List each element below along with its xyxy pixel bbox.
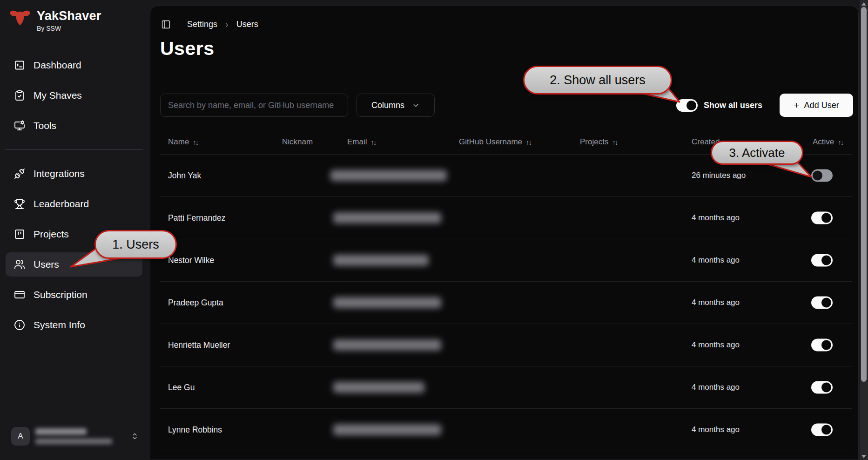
sidebar-item-label: Integrations (34, 168, 85, 179)
breadcrumb: Settings › Users (161, 19, 258, 30)
redacted-user-email (35, 439, 112, 444)
info-icon (14, 319, 25, 331)
column-header-email[interactable]: Email↑↓ (347, 137, 377, 147)
breadcrumb-users[interactable]: Users (236, 20, 258, 29)
sidebar-item-label: Dashboard (34, 60, 81, 71)
user-name: Nestor Wilke (168, 256, 214, 265)
clipboard-check-icon (14, 90, 25, 101)
add-user-button[interactable]: + Add User (780, 94, 853, 117)
sidebar-item-label: My Shaves (34, 90, 82, 101)
sidebar-divider (5, 149, 143, 150)
table-row: Nestor Wilke 4 months ago (160, 239, 852, 282)
table-row: Lee Gu 4 months ago (160, 366, 852, 409)
plug-icon (14, 168, 25, 179)
sidebar-item-integrations[interactable]: Integrations (6, 162, 142, 186)
scroll-down-arrow-icon[interactable] (861, 455, 866, 458)
credit-card-icon (14, 289, 25, 300)
chevrons-up-down-icon (131, 432, 139, 441)
redacted-user-name (35, 428, 87, 435)
created-value: 26 minutes ago (692, 171, 746, 180)
callout-label: 2. Show all users (550, 73, 646, 88)
sidebar-item-leaderboard[interactable]: Leaderboard (6, 192, 142, 216)
redacted-email (333, 339, 441, 351)
table-row: Lynne Robbins 4 months ago (160, 409, 852, 451)
sidebar-item-system-info[interactable]: System Info (6, 313, 142, 337)
redacted-email (330, 170, 447, 181)
created-value: 4 months ago (692, 298, 740, 307)
active-toggle[interactable] (811, 424, 833, 436)
sort-icon: ↑↓ (193, 138, 199, 146)
active-toggle[interactable] (811, 381, 833, 394)
search-input[interactable] (160, 94, 348, 117)
add-user-label: Add User (804, 101, 839, 110)
user-name: Henrietta Mueller (168, 340, 230, 350)
app-logo: YakShaver By SSW (0, 0, 150, 32)
annotation-callout-show-all-users: 2. Show all users (523, 66, 672, 95)
users-table: Name↑↓ Nicknam Email↑↓ GitHub Username↑↓… (160, 131, 852, 451)
show-all-users-toggle[interactable] (676, 99, 698, 112)
sidebar-toggle-icon[interactable] (161, 20, 171, 29)
active-toggle[interactable] (811, 254, 833, 267)
app-tagline: By SSW (37, 25, 101, 32)
redacted-email (333, 255, 429, 266)
show-all-users-label: Show all users (704, 101, 762, 110)
users-icon (14, 259, 25, 270)
sort-icon: ↑↓ (526, 138, 532, 146)
user-name: Lynne Robbins (168, 425, 222, 435)
sidebar-item-my-shaves[interactable]: My Shaves (6, 83, 142, 108)
column-header-name[interactable]: Name↑↓ (168, 137, 199, 147)
annotation-callout-activate: 3. Activate (711, 141, 803, 165)
created-value: 4 months ago (692, 383, 740, 392)
columns-button[interactable]: Columns (357, 94, 435, 117)
kanban-square-icon (14, 229, 25, 240)
sidebar-item-tools[interactable]: Tools (6, 114, 142, 138)
table-row: Patti Fernandez 4 months ago (160, 197, 852, 239)
column-header-github-username[interactable]: GitHub Username↑↓ (459, 137, 532, 147)
annotation-callout-users: 1. Users (94, 230, 177, 259)
user-account-button[interactable]: A (7, 423, 143, 449)
vertical-scrollbar (860, 0, 868, 460)
column-header-projects[interactable]: Projects↑↓ (580, 137, 618, 147)
redacted-email (333, 382, 424, 393)
sidebar-item-label: Tools (34, 120, 56, 131)
breadcrumb-settings[interactable]: Settings (187, 20, 217, 29)
user-name: Patti Fernandez (168, 213, 226, 223)
active-toggle[interactable] (811, 339, 833, 352)
terminal-icon (14, 60, 25, 71)
page-title: Users (160, 38, 214, 60)
sidebar-item-label: System Info (34, 319, 85, 331)
table-row: Henrietta Mueller 4 months ago (160, 324, 852, 366)
table-row: Pradeep Gupta 4 months ago (160, 282, 852, 324)
column-header-nickname[interactable]: Nicknam (282, 137, 313, 147)
sidebar-item-subscription[interactable]: Subscription (6, 283, 142, 307)
monitor-gear-icon (14, 120, 25, 131)
created-value: 4 months ago (692, 340, 740, 350)
sidebar-item-label: Users (34, 259, 59, 270)
created-value: 4 months ago (692, 213, 740, 223)
redacted-email (333, 297, 441, 308)
app-name: YakShaver (37, 9, 101, 23)
sort-icon: ↑↓ (838, 138, 844, 146)
chevron-down-icon (412, 101, 420, 109)
breadcrumb-separator-icon: › (225, 19, 229, 30)
scrollbar-thumb[interactable] (861, 7, 867, 382)
sidebar-item-dashboard[interactable]: Dashboard (6, 53, 142, 77)
active-toggle[interactable] (811, 297, 833, 309)
bull-icon (9, 9, 31, 28)
redacted-email (333, 212, 441, 223)
avatar: A (11, 427, 30, 446)
user-name: Pradeep Gupta (168, 298, 223, 308)
breadcrumb-divider (179, 20, 179, 30)
created-value: 4 months ago (692, 425, 740, 434)
scroll-up-arrow-icon[interactable] (861, 2, 866, 6)
callout-label: 1. Users (112, 237, 159, 252)
sidebar-item-label: Subscription (34, 289, 87, 300)
plus-icon: + (794, 100, 799, 111)
created-value: 4 months ago (692, 256, 740, 265)
trophy-icon (14, 198, 25, 210)
column-header-active[interactable]: Active↑↓ (813, 137, 844, 147)
user-name: John Yak (168, 171, 201, 181)
active-toggle[interactable] (811, 169, 833, 182)
active-toggle[interactable] (811, 212, 833, 224)
user-name: Lee Gu (168, 383, 195, 392)
